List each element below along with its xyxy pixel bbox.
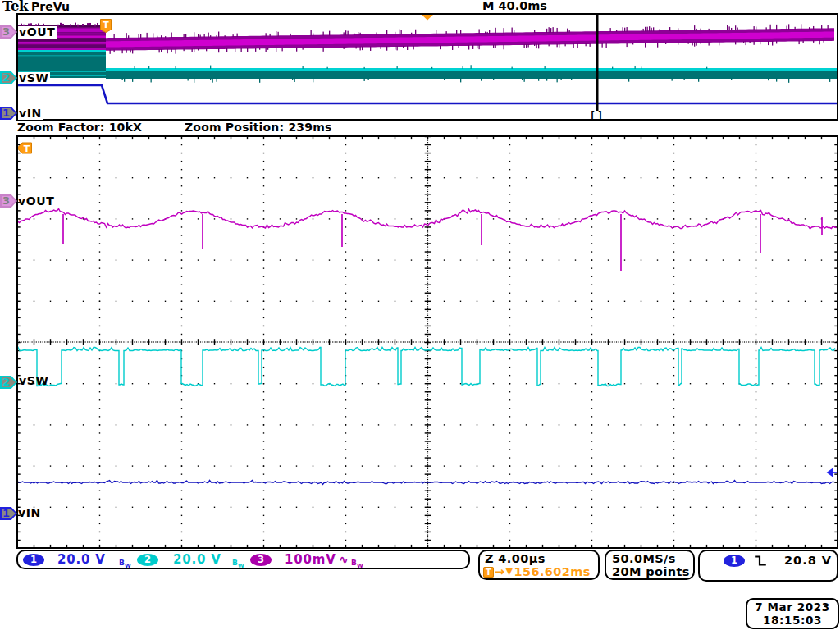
- zoom-timebase-box[interactable]: Z 4.00µs T→▼156.602ms: [478, 550, 600, 580]
- zoom-scale-readout: Z 4.00µs: [485, 553, 546, 565]
- trigger-source-badge: 1: [724, 555, 745, 567]
- channel3-label: vOUT: [18, 195, 54, 207]
- delay-arrow-icon: →: [495, 566, 505, 578]
- channel3-marker-overview[interactable]: 3: [0, 25, 17, 39]
- acquisition-status: PreVu: [31, 0, 70, 14]
- channel1-marker-overview[interactable]: 1: [0, 107, 17, 120]
- trigger-delay-readout: T→▼156.602ms: [483, 566, 591, 578]
- channel2-label-overview: vSW: [18, 72, 50, 84]
- channel2-label: vSW: [19, 375, 48, 386]
- channel1-marker[interactable]: 1: [0, 507, 17, 520]
- oscilloscope-screen: { "header": { "logo": "Tek", "acq_status…: [0, 0, 840, 630]
- zoom-position-readout: Zoom Position: 239ms: [185, 121, 332, 134]
- channel3-bandwidth-icon: BW: [351, 553, 363, 569]
- datetime-box: 7 Mar 2023 18:15:03: [746, 598, 839, 629]
- channel1-badge[interactable]: 1: [23, 554, 44, 566]
- channel3-scale-readout: 100mV: [285, 554, 336, 566]
- sample-rate-readout: 50.0MS/s: [612, 553, 676, 565]
- zoom-waveform-window: T: [16, 135, 838, 549]
- delay-value: 156.602ms: [514, 566, 590, 578]
- channel1-label: vIN: [18, 507, 41, 518]
- channel2-bandwidth-icon: BW: [232, 553, 244, 569]
- time-readout: 18:15:03: [747, 614, 838, 627]
- svg-text:T: T: [103, 20, 109, 30]
- date-readout: 7 Mar 2023: [747, 600, 838, 614]
- channel1-label-overview: vIN: [18, 107, 43, 120]
- channel-scales-box[interactable]: 1 20.0 V BW 2 20.0 V BW 3 100mV ∿ BW: [16, 550, 470, 569]
- channel3-badge[interactable]: 3: [250, 554, 272, 566]
- trigger-box[interactable]: 1 20.8 V: [698, 550, 838, 582]
- tek-logo: Tek: [2, 0, 28, 13]
- record-length-readout: 20M points: [612, 566, 690, 578]
- channel3-coupling-icon: ∿: [339, 555, 349, 565]
- channel2-marker[interactable]: 2: [0, 376, 17, 389]
- channel2-badge[interactable]: 2: [137, 554, 158, 566]
- channel3-marker[interactable]: 3: [0, 194, 17, 208]
- delay-triangle-icon: ▼: [506, 566, 514, 578]
- svg-text:T: T: [24, 144, 30, 154]
- main-timebase-readout: M 40.0ms: [482, 0, 547, 12]
- trigger-level-readout: 20.8 V: [784, 555, 832, 567]
- trigger-t-icon: T: [483, 567, 494, 578]
- channel1-bandwidth-icon: BW: [119, 553, 131, 569]
- channel1-scale-readout: 20.0 V: [57, 554, 106, 566]
- zoom-factor-readout: Zoom Factor: 10kX: [17, 121, 142, 134]
- falling-edge-icon: [754, 555, 767, 566]
- channel2-marker-overview[interactable]: 2: [0, 71, 17, 84]
- channel2-scale-readout: 20.0 V: [173, 554, 221, 566]
- record-overview-window: []T: [16, 13, 838, 121]
- channel3-label-overview: vOUT: [18, 26, 57, 39]
- acquisition-box[interactable]: 50.0MS/s 20M points: [605, 550, 695, 580]
